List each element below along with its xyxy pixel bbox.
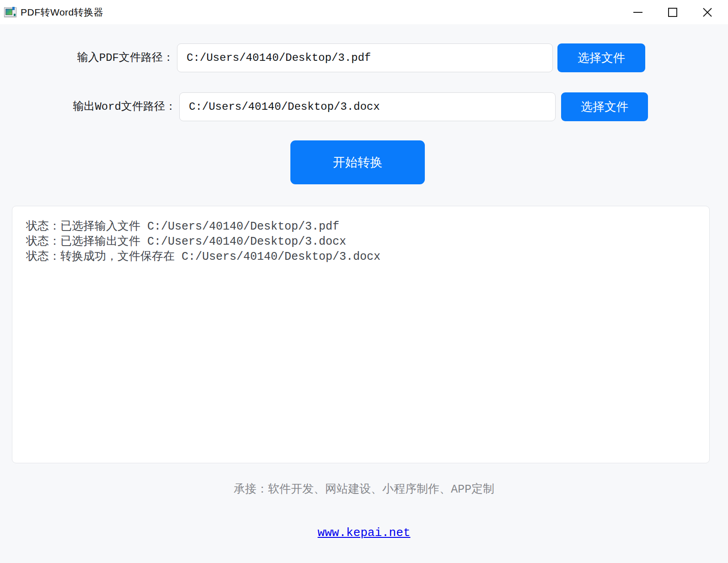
close-icon (702, 7, 712, 17)
status-line-convert-success: 状态：转换成功，文件保存在 C:/Users/40140/Desktop/3.d… (26, 249, 696, 264)
app-icon-thumbnail (5, 9, 12, 15)
output-word-path-label: 输出Word文件路径： (0, 92, 176, 121)
input-pdf-path-label: 输入PDF文件路径： (0, 43, 174, 72)
maximize-button[interactable] (658, 0, 687, 24)
website-link[interactable]: www.kepai.net (318, 526, 411, 540)
app-icon-notch (12, 7, 15, 10)
minimize-icon (633, 7, 643, 17)
choose-input-file-button[interactable]: 选择文件 (557, 43, 645, 72)
maximize-icon (668, 7, 678, 17)
close-button[interactable] (693, 0, 722, 24)
output-word-path-field[interactable] (179, 92, 556, 121)
window-title: PDF转Word转换器 (21, 6, 103, 19)
window-controls (624, 0, 728, 24)
app-window: PDF转Word转换器 (0, 0, 728, 563)
status-line-input-selected: 状态：已选择输入文件 C:/Users/40140/Desktop/3.pdf (26, 219, 696, 234)
start-convert-button[interactable]: 开始转换 (290, 140, 425, 184)
app-icon (4, 7, 16, 17)
minimize-button[interactable] (624, 0, 652, 24)
status-log-box[interactable]: 状态：已选择输入文件 C:/Users/40140/Desktop/3.pdf … (12, 206, 710, 463)
input-pdf-path-field[interactable] (177, 43, 553, 72)
app-icon-dot (14, 14, 16, 16)
title-bar: PDF转Word转换器 (0, 0, 728, 24)
footer-services-text: 承接：软件开发、网站建设、小程序制作、APP定制 (0, 481, 728, 496)
choose-output-file-button[interactable]: 选择文件 (561, 92, 648, 121)
footer-link-row: www.kepai.net (0, 526, 728, 540)
status-line-output-selected: 状态：已选择输出文件 C:/Users/40140/Desktop/3.docx (26, 234, 696, 249)
